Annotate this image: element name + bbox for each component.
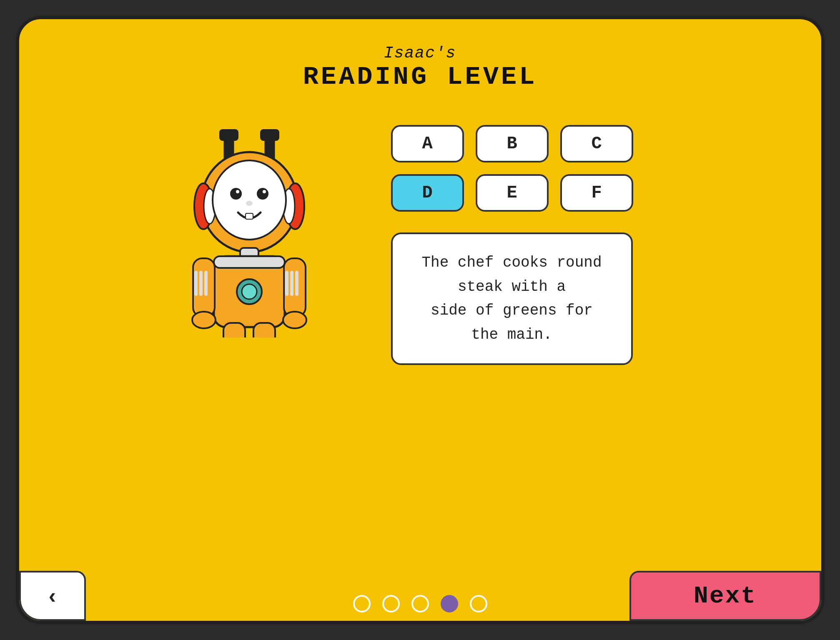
svg-rect-24 (204, 271, 208, 296)
level-button-b[interactable]: B (476, 125, 549, 162)
svg-point-25 (192, 312, 216, 328)
back-icon: ‹ (49, 583, 56, 608)
page-title: READING LEVEL (303, 62, 537, 92)
character-illustration (170, 129, 328, 338)
level-button-d[interactable]: D (391, 174, 464, 212)
svg-point-12 (236, 190, 239, 193)
svg-point-14 (246, 201, 253, 206)
svg-point-20 (242, 284, 257, 299)
reading-text-box: The chef cooks round steak with a side o… (391, 232, 633, 365)
level-buttons-grid: ABCDEF (391, 125, 633, 212)
next-label: Next (694, 582, 757, 610)
back-button[interactable]: ‹ (19, 571, 86, 621)
svg-rect-18 (214, 256, 285, 268)
level-button-a[interactable]: A (391, 125, 464, 162)
main-frame: Isaac's READING LEVEL (16, 16, 825, 624)
right-panel: ABCDEF The chef cooks round steak with a… (391, 117, 733, 365)
header: Isaac's READING LEVEL (303, 44, 537, 92)
svg-rect-22 (194, 271, 198, 296)
reading-text: The chef cooks round steak with a side o… (414, 251, 610, 347)
svg-rect-27 (285, 271, 288, 296)
bottom-bar: ‹ Next (19, 571, 821, 621)
subtitle: Isaac's (303, 44, 537, 62)
svg-rect-2 (219, 129, 238, 141)
svg-rect-15 (246, 213, 253, 219)
text-line-1: The chef cooks round steak with a (421, 254, 602, 295)
level-button-c[interactable]: C (560, 125, 633, 162)
main-content: ABCDEF The chef cooks round steak with a… (19, 117, 821, 595)
svg-rect-32 (253, 323, 275, 338)
svg-point-10 (230, 188, 242, 200)
svg-point-11 (257, 188, 268, 200)
next-button[interactable]: Next (629, 571, 821, 621)
character-area (108, 117, 391, 338)
svg-rect-28 (290, 271, 293, 296)
svg-rect-23 (199, 271, 203, 296)
svg-rect-29 (295, 271, 298, 296)
text-line-2: side of greens for the main. (431, 302, 593, 343)
svg-point-9 (213, 160, 286, 240)
svg-rect-3 (260, 129, 279, 141)
svg-rect-31 (223, 323, 245, 338)
level-button-e[interactable]: E (476, 174, 549, 212)
level-button-f[interactable]: F (560, 174, 633, 212)
svg-point-13 (263, 190, 266, 193)
svg-point-30 (283, 312, 306, 328)
